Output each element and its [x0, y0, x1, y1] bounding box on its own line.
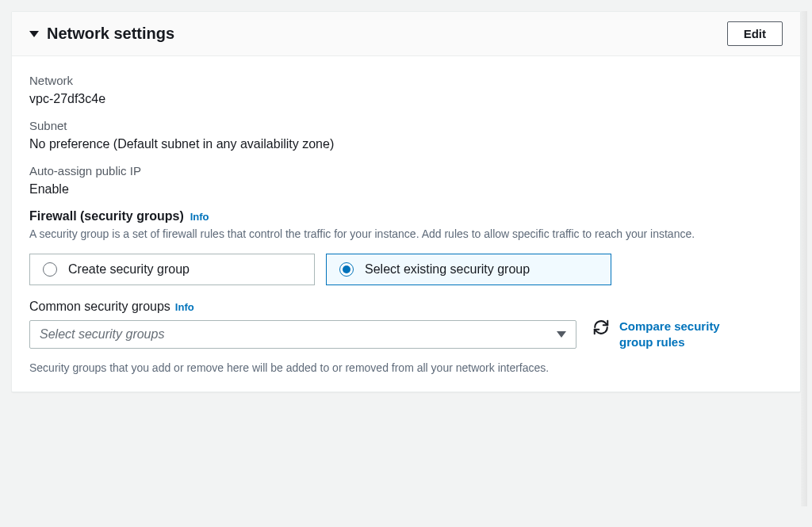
firewall-options: Create security group Select existing se… — [29, 254, 783, 285]
common-sg-helper: Security groups that you add or remove h… — [29, 361, 783, 374]
page-root: Network settings Edit Network vpc-27df3c… — [0, 0, 812, 527]
radio-icon — [43, 262, 57, 277]
common-sg-label: Common security groups — [29, 300, 170, 314]
option-create-label: Create security group — [68, 262, 190, 277]
panel-body: Network vpc-27df3c4e Subnet No preferenc… — [12, 56, 800, 391]
compare-security-group-rules-link[interactable]: Compare security group rules — [619, 319, 738, 351]
radio-selected-icon — [339, 262, 354, 277]
network-value: vpc-27df3c4e — [29, 92, 783, 106]
security-groups-placeholder: Select security groups — [40, 327, 164, 342]
common-sg-row: Select security groups Compare security … — [29, 319, 783, 351]
firewall-heading: Firewall (security groups) — [29, 209, 184, 223]
refresh-icon[interactable] — [592, 319, 610, 336]
firewall-description: A security group is a set of firewall ru… — [29, 227, 759, 242]
auto-assign-ip-label: Auto-assign public IP — [29, 164, 783, 178]
panel-title: Network settings — [47, 25, 174, 43]
auto-assign-ip-value: Enable — [29, 182, 783, 197]
caret-down-icon — [29, 31, 39, 37]
subnet-value: No preference (Default subnet in any ava… — [29, 137, 783, 151]
option-select-existing-security-group[interactable]: Select existing security group — [326, 254, 611, 285]
common-sg-label-row: Common security groups Info — [29, 300, 783, 314]
common-sg-info-link[interactable]: Info — [175, 301, 194, 313]
chevron-down-icon — [557, 331, 566, 338]
edit-button[interactable]: Edit — [727, 21, 783, 46]
security-groups-select[interactable]: Select security groups — [29, 320, 576, 349]
subnet-label: Subnet — [29, 119, 783, 132]
panel-header-toggle[interactable]: Network settings — [29, 25, 174, 43]
option-create-security-group[interactable]: Create security group — [29, 254, 315, 285]
panel-header: Network settings Edit — [12, 12, 800, 56]
compare-wrap: Compare security group rules — [592, 319, 738, 351]
firewall-info-link[interactable]: Info — [190, 211, 209, 223]
firewall-heading-row: Firewall (security groups) Info — [29, 209, 783, 223]
network-settings-panel: Network settings Edit Network vpc-27df3c… — [11, 11, 801, 392]
network-label: Network — [29, 74, 783, 87]
option-select-label: Select existing security group — [365, 262, 530, 277]
